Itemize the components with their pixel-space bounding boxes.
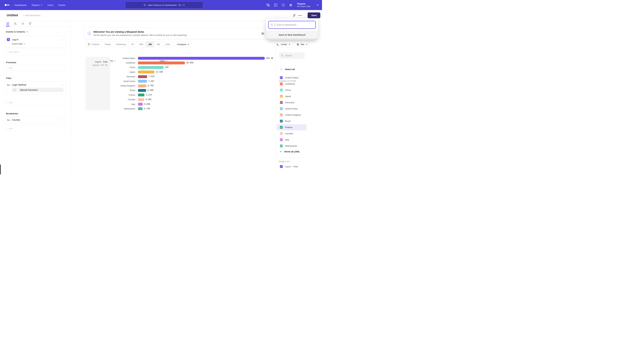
tab-insights[interactable] <box>6 22 10 25</box>
range-12m[interactable]: 12M <box>163 41 172 47</box>
country-checkbox[interactable] <box>280 120 283 122</box>
country-checkbox[interactable] <box>280 82 283 85</box>
range-today[interactable]: Today <box>102 41 113 47</box>
bar-segment[interactable] <box>138 89 146 92</box>
range-custom[interactable]: Custom <box>85 41 102 47</box>
breakdown-more-icon[interactable]: ⋮ <box>61 119 64 121</box>
add-filter-button[interactable]: + Add <box>4 99 66 106</box>
nav-right-cluster: ? Finance All Project Data <box>266 2 319 8</box>
legend-search-input[interactable]: Search <box>279 52 305 59</box>
country-option[interactable]: United States <box>276 75 322 81</box>
breakdown-property-name[interactable]: Country <box>12 118 20 121</box>
metric-more-icon[interactable]: ⋮ <box>61 38 64 41</box>
country-option[interactable]: South Korea <box>276 106 322 112</box>
events-cohorts-header[interactable]: Events & Cohorts <box>6 30 70 33</box>
event-legend-item[interactable]: Log In - Total <box>280 165 298 168</box>
metric-card-log-in[interactable]: A Log In ⋮ Count Total <box>4 36 66 47</box>
save-to-new-dashboard-button[interactable]: Save to New Dashboard <box>266 31 318 38</box>
range-30d[interactable]: 30D <box>136 41 146 47</box>
range-3m[interactable]: 3M <box>146 41 154 47</box>
range-yesterday[interactable]: Yesterday <box>113 41 129 47</box>
filter-card-login-method[interactable]: Aa Login Method ⋮ = Manual Password <box>4 81 66 94</box>
select-all-option[interactable]: – Select all <box>280 68 295 71</box>
country-option[interactable]: Germany <box>276 99 322 106</box>
compare-button[interactable]: Compare <box>174 41 192 47</box>
tab-funnels[interactable] <box>14 22 17 25</box>
filter-operator[interactable]: = <box>12 88 17 92</box>
filter-more-icon[interactable]: ⋮ <box>61 84 64 86</box>
country-checkbox[interactable] <box>280 89 283 91</box>
nav-events[interactable]: Events <box>58 4 65 6</box>
chevron-down-icon <box>289 44 290 45</box>
country-option[interactable]: France <box>276 124 306 130</box>
add-formula-button[interactable]: + Add <box>4 65 66 71</box>
nav-reports[interactable]: Reports <box>32 4 42 6</box>
save-dashboard-search-input[interactable]: Save to dashboard... <box>268 21 316 29</box>
country-option[interactable]: undefined <box>276 81 322 87</box>
tab-retention[interactable] <box>29 22 32 25</box>
bar-segment[interactable] <box>138 61 185 64</box>
bar-segment[interactable] <box>138 75 147 78</box>
add-description-field[interactable]: + Add description... <box>23 14 42 16</box>
add-breakdown-button[interactable]: + Add <box>4 125 66 132</box>
bar-segment[interactable] <box>138 84 146 87</box>
country-checkbox[interactable] <box>280 138 283 141</box>
chart-type-selector[interactable]: Bar <box>294 41 310 47</box>
country-checkbox[interactable] <box>280 76 283 79</box>
filter-property-name[interactable]: Login Method <box>12 83 26 86</box>
report-title[interactable]: Untitled <box>7 13 18 17</box>
save-button[interactable]: Save <box>308 12 320 18</box>
copy-link-icon[interactable] <box>291 12 297 18</box>
country-option[interactable]: Netherlands <box>276 143 322 149</box>
country-checkbox[interactable] <box>280 132 283 135</box>
bar-segment[interactable] <box>138 98 144 101</box>
data-management-icon[interactable] <box>266 3 270 7</box>
apps-grid-icon[interactable] <box>274 3 278 7</box>
tab-flows[interactable] <box>21 22 24 25</box>
project-switcher[interactable]: Finance All Project Data <box>297 2 310 8</box>
nav-dashboards[interactable]: Dashboards <box>14 4 27 6</box>
show-all-toggle[interactable]: Show all (184) <box>280 150 299 153</box>
range-6m[interactable]: 6M <box>154 41 163 47</box>
mixpanel-logo[interactable] <box>5 4 10 6</box>
bar-category-label: Japan <box>111 71 135 73</box>
country-option[interactable]: Italy <box>276 137 322 143</box>
global-search-button[interactable]: Open Reports & Dashboards ⌘ + K <box>125 1 203 8</box>
country-option[interactable]: Japan <box>276 93 322 99</box>
metric-name[interactable]: Log In <box>12 38 18 41</box>
country-checkbox[interactable] <box>280 144 283 147</box>
country-checkbox[interactable] <box>280 113 283 116</box>
country-option[interactable]: Brazil <box>276 118 322 124</box>
breakdown-card-country[interactable]: Aa Country ⋮ <box>4 116 66 123</box>
sidebar-scrollbar[interactable] <box>0 164 1 174</box>
bar-segment[interactable] <box>138 93 144 96</box>
add-metric-button[interactable]: + Add Metric <box>4 49 66 55</box>
settings-gear-icon[interactable] <box>289 3 293 7</box>
bar-chart-icon <box>297 43 299 46</box>
bar-segment[interactable] <box>138 107 142 110</box>
country-option[interactable]: United Kingdom <box>276 112 322 118</box>
country-checkbox[interactable] <box>280 101 283 104</box>
nav-users[interactable]: Users <box>48 4 53 6</box>
indeterminate-checkbox[interactable]: – <box>280 68 283 71</box>
filter-value[interactable]: Manual Password <box>18 88 64 92</box>
bar-segment[interactable] <box>138 103 143 106</box>
more-options-icon[interactable] <box>297 12 303 18</box>
country-checkbox[interactable] <box>280 95 283 98</box>
bar-segment[interactable] <box>138 66 164 69</box>
range-7d[interactable]: 7D <box>128 41 136 47</box>
bar-segment[interactable] <box>138 57 265 60</box>
active-tab-indicator <box>6 26 10 26</box>
country-checkbox[interactable] <box>280 126 283 129</box>
event-checkbox[interactable] <box>280 165 283 168</box>
scale-selector[interactable]: Linear <box>274 41 293 47</box>
country-checkbox[interactable] <box>280 107 283 110</box>
project-chevron-down-icon[interactable] <box>317 4 319 6</box>
country-option[interactable]: Canada <box>276 130 322 137</box>
bar-segment[interactable] <box>138 80 147 83</box>
bar-segment[interactable] <box>138 70 154 73</box>
chart-row: Netherlands3,738 <box>111 106 273 111</box>
help-icon[interactable]: ? <box>282 3 285 7</box>
metric-aggregation[interactable]: Count Total <box>12 43 64 45</box>
country-option[interactable]: China <box>276 87 322 93</box>
